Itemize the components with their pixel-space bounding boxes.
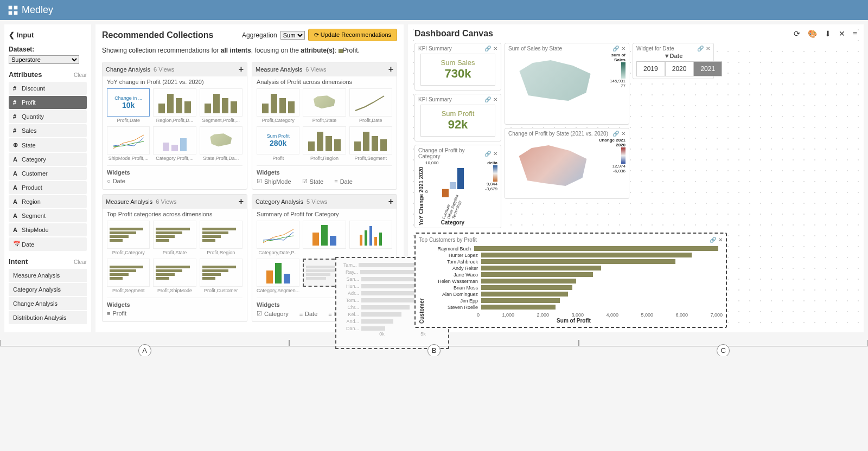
- palette-icon[interactable]: 🎨: [808, 29, 817, 38]
- link-icon[interactable]: 🔗: [484, 46, 491, 51]
- intent-list: Measure AnalysisCategory AnalysisChange …: [9, 269, 87, 324]
- attribute-item-category[interactable]: ACategory: [9, 153, 87, 166]
- chart-thumbnail[interactable]: [303, 88, 346, 117]
- link-icon[interactable]: 🔗: [697, 46, 704, 51]
- attribute-item-segment[interactable]: ASegment: [9, 209, 87, 222]
- download-icon[interactable]: ⬇: [825, 29, 831, 38]
- attribute-item-shipmode[interactable]: AShipMode: [9, 223, 87, 236]
- intent-item[interactable]: Measure Analysis: [9, 269, 87, 282]
- chart-thumbnail[interactable]: [303, 221, 346, 249]
- link-icon[interactable]: 🔗: [484, 96, 491, 102]
- chart-thumbnail[interactable]: [153, 259, 196, 287]
- menu-icon[interactable]: ≡: [853, 29, 857, 38]
- chart-thumbnail[interactable]: [257, 221, 299, 249]
- chart-thumbnail[interactable]: [107, 221, 150, 249]
- chart-thumbnail[interactable]: [303, 259, 346, 287]
- close-icon[interactable]: ✕: [493, 96, 497, 102]
- change-profit-state-card[interactable]: Change of Profit by State (2021 vs. 2020…: [505, 128, 629, 199]
- intent-item[interactable]: Category Analysis: [9, 283, 87, 296]
- chart-thumbnail[interactable]: [200, 126, 242, 154]
- widget-option[interactable]: ≡Profit: [107, 310, 126, 317]
- dataset-select[interactable]: Superstore: [9, 55, 79, 64]
- attribute-item-sales[interactable]: #Sales: [9, 124, 87, 137]
- widget-option[interactable]: ≡Date: [334, 178, 353, 185]
- chart-thumbnail[interactable]: Change in ...10k: [107, 88, 150, 117]
- input-back-button[interactable]: ❮ Input: [9, 29, 87, 41]
- attribute-item-product[interactable]: AProduct: [9, 181, 87, 194]
- canvas-title: Dashboard Canvas: [414, 29, 493, 38]
- change-profit-category-card[interactable]: Change of Profit by Category🔗✕ YoY Chang…: [414, 145, 501, 228]
- refresh-icon[interactable]: ⟳: [794, 29, 800, 38]
- widget-option[interactable]: ○Date: [107, 178, 125, 184]
- date-option[interactable]: 2019: [636, 61, 665, 76]
- chart-thumbnail[interactable]: [257, 88, 299, 117]
- chart-thumbnail[interactable]: [349, 88, 392, 117]
- date-widget-card[interactable]: Widget for Date🔗✕ ▼Date 201920202021: [633, 43, 714, 79]
- close-icon[interactable]: ✕: [839, 29, 845, 38]
- attributes-clear[interactable]: Clear: [74, 72, 87, 78]
- chart-thumbnail[interactable]: [153, 126, 196, 154]
- recommendations-title: Recommended Collections: [102, 30, 213, 40]
- chart-thumbnail[interactable]: [257, 259, 299, 287]
- date-option[interactable]: 2020: [665, 61, 694, 76]
- close-icon[interactable]: ✕: [493, 151, 497, 157]
- close-icon[interactable]: ✕: [621, 131, 626, 137]
- kpi-card-profit[interactable]: KPI Summary🔗✕ Sum Profit92k: [414, 94, 501, 141]
- add-collection-button[interactable]: +: [239, 197, 244, 207]
- chart-thumbnail[interactable]: [200, 221, 242, 249]
- collections-grid: Change Analysis6 Views+YoY change in Pro…: [102, 62, 397, 322]
- intent-clear[interactable]: Clear: [74, 259, 87, 265]
- chart-thumbnail[interactable]: [107, 126, 150, 154]
- canvas-toolbar: ⟳🎨⬇✕≡: [794, 29, 857, 38]
- intent-item[interactable]: Change Analysis: [9, 297, 87, 310]
- widget-option[interactable]: ≡Date: [299, 310, 318, 317]
- attribute-item-profit[interactable]: #Profit: [9, 96, 87, 109]
- widget-option[interactable]: ☑ShipMode: [257, 178, 291, 185]
- add-collection-button[interactable]: +: [388, 65, 393, 74]
- intent-item[interactable]: Distribution Analysis: [9, 311, 87, 324]
- link-icon[interactable]: 🔗: [612, 46, 619, 51]
- add-collection-button[interactable]: +: [239, 65, 244, 74]
- aggregation-select[interactable]: Sum: [280, 31, 305, 40]
- kpi-card-sales[interactable]: KPI Summary🔗✕ Sum Sales730k: [414, 43, 501, 91]
- attribute-item-state[interactable]: ⊕State: [9, 138, 87, 152]
- top-customers-card[interactable]: Top Customers by Profit🔗✕ Customer Raymo…: [414, 233, 727, 328]
- chart-thumbnail[interactable]: [153, 221, 196, 249]
- collection-card: Change Analysis6 Views+YoY change in Pro…: [102, 62, 247, 190]
- intent-title: Intent: [9, 257, 28, 266]
- sales-by-state-card[interactable]: Sum of Sales by State🔗✕ sum of Sales 145…: [505, 43, 629, 125]
- add-collection-button[interactable]: +: [388, 197, 393, 207]
- app-logo: Medley: [8, 4, 53, 16]
- attribute-item-date[interactable]: 📅Date: [9, 237, 87, 251]
- widget-option[interactable]: ≡Profit: [328, 310, 348, 317]
- link-icon[interactable]: 🔗: [612, 131, 619, 137]
- chart-thumbnail[interactable]: [349, 126, 392, 154]
- chart-thumbnail[interactable]: [200, 259, 242, 287]
- close-icon[interactable]: ✕: [493, 46, 497, 51]
- chart-thumbnail[interactable]: [349, 221, 392, 249]
- widget-option[interactable]: ☑State: [302, 178, 324, 185]
- close-icon[interactable]: ✕: [706, 46, 710, 51]
- us-map-icon: [510, 140, 595, 194]
- close-icon[interactable]: ✕: [621, 46, 626, 51]
- section-label: A: [138, 344, 151, 356]
- chart-thumbnail[interactable]: [107, 259, 150, 287]
- chart-thumbnail[interactable]: Sum Profit280k: [257, 126, 299, 154]
- update-recommendations-button[interactable]: ⟳ Update Recommendations: [308, 29, 397, 41]
- widget-option[interactable]: ☑Category: [257, 310, 289, 317]
- chart-thumbnail[interactable]: [153, 88, 196, 117]
- chart-thumbnail[interactable]: [200, 88, 242, 117]
- attribute-item-quantity[interactable]: #Quantity: [9, 110, 87, 123]
- chart-thumbnail[interactable]: [303, 126, 346, 154]
- attribute-item-discount[interactable]: #Discount: [9, 82, 87, 95]
- dashboard-canvas: Dashboard Canvas ⟳🎨⬇✕≡ KPI Summary🔗✕ Sum…: [408, 24, 864, 332]
- link-icon[interactable]: 🔗: [484, 151, 491, 157]
- collection-card: Measure Analysis6 Views+Analysis of Prof…: [252, 62, 397, 190]
- attribute-item-region[interactable]: ARegion: [9, 195, 87, 208]
- date-option[interactable]: 2021: [693, 61, 722, 76]
- section-label: C: [717, 344, 730, 356]
- link-icon[interactable]: 🔗: [710, 237, 716, 243]
- close-icon[interactable]: ✕: [718, 237, 723, 243]
- attribute-item-customer[interactable]: ACustomer: [9, 167, 87, 180]
- app-name: Medley: [22, 4, 53, 16]
